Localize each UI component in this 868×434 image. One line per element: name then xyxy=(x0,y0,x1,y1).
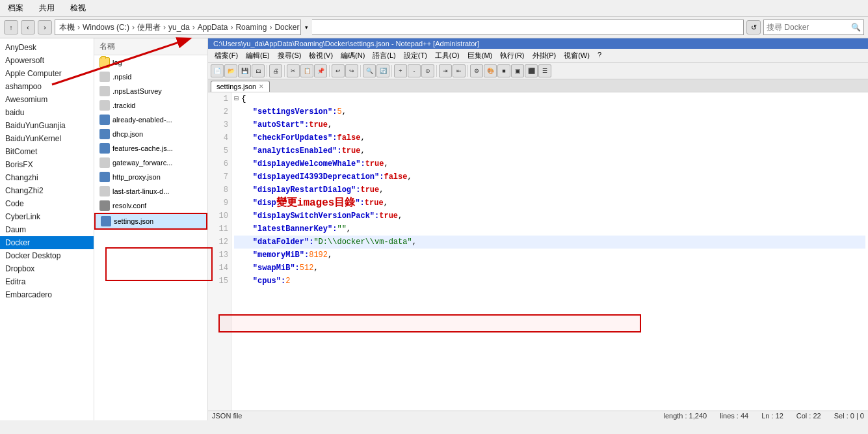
menu-tools[interactable]: 工具(O) xyxy=(431,49,464,62)
nav-up-button[interactable]: ↑ xyxy=(4,20,18,34)
tb-saveall[interactable]: 🗂 xyxy=(252,64,265,77)
tb-extra2[interactable]: ▣ xyxy=(511,64,524,77)
code-content[interactable]: ⊟{ "settingsVersion": 5, "autoStart": tr… xyxy=(231,92,868,411)
tb-replace[interactable]: 🔄 xyxy=(376,64,389,77)
sidebar-item-baiduyunguanjia[interactable]: BaiduYunGuanjia xyxy=(0,119,94,132)
code-line-3: "autoStart": true, xyxy=(234,118,865,131)
menu-window[interactable]: 視窗(W) xyxy=(560,49,594,62)
path-roaming: Roaming xyxy=(235,23,267,32)
code-line-12: "dataFolder": "D:\\docker\\vm-data", xyxy=(234,236,865,249)
tb-extra1[interactable]: ■ xyxy=(497,64,510,77)
menu-file[interactable]: 檔案(F) xyxy=(211,49,242,62)
search-icon[interactable]: 🔍 xyxy=(851,23,861,32)
sidebar-item-changzhi2[interactable]: ChangZhi2 xyxy=(0,184,94,197)
menu-settings[interactable]: 設定(T) xyxy=(400,49,431,62)
tb-new[interactable]: 📄 xyxy=(211,64,224,77)
menu-help[interactable]: ? xyxy=(594,49,605,62)
tb-outdent[interactable]: ⇤ xyxy=(453,64,466,77)
sidebar-item-anydesk[interactable]: AnyDesk xyxy=(0,41,94,54)
sidebar-item-borisfx[interactable]: BorisFX xyxy=(0,158,94,171)
tb-find[interactable]: 🔍 xyxy=(363,64,376,77)
menu-file[interactable]: 档案 xyxy=(5,1,26,15)
json-icon xyxy=(101,216,111,226)
menu-encode[interactable]: 編碼(N) xyxy=(337,49,369,62)
sidebar-item-apowersoft[interactable]: Apowersoft xyxy=(0,54,94,67)
sidebar-item-docker-desktop[interactable]: Docker Desktop xyxy=(0,249,94,262)
code-line-13: "memoryMiB": 8192, xyxy=(234,249,865,262)
sidebar-item-editra[interactable]: Editra xyxy=(0,275,94,288)
tb-zoom-restore[interactable]: ⊙ xyxy=(421,64,434,77)
tb-zoom-in[interactable]: + xyxy=(394,64,407,77)
address-path[interactable]: 本機 › Windows (C:) › 使用者 › yu_da › AppDat… xyxy=(55,20,744,35)
menu-view[interactable]: 检视 xyxy=(68,1,88,15)
sidebar-item-docker[interactable]: Docker xyxy=(0,236,94,249)
file-item-trackid[interactable]: .trackid xyxy=(94,98,207,113)
address-bar: ↑ ‹ › 本機 › Windows (C:) › 使用者 › yu_da › … xyxy=(0,17,868,38)
tb-zoom-out[interactable]: - xyxy=(408,64,421,77)
tb-indent[interactable]: ⇥ xyxy=(439,64,452,77)
sidebar-item-ashampoo[interactable]: ashampoo xyxy=(0,80,94,93)
code-line-6: "displayedWelcomeWhale": true, xyxy=(234,157,865,170)
tb-redo[interactable]: ↪ xyxy=(345,64,358,77)
tb-settings[interactable]: ⚙ xyxy=(470,64,483,77)
file-item-last-start[interactable]: last-start-linux-d... xyxy=(94,184,207,198)
sidebar-item-baidu[interactable]: baidu xyxy=(0,106,94,119)
nav-forward-button[interactable]: › xyxy=(38,20,52,34)
search-box[interactable]: 🔍 xyxy=(763,20,864,35)
sidebar: AnyDesk Apowersoft Apple Computer ashamp… xyxy=(0,38,94,420)
menu-view[interactable]: 檢視(V) xyxy=(305,49,337,62)
menu-search[interactable]: 搜尋(S) xyxy=(274,49,306,62)
menu-edit[interactable]: 編輯(E) xyxy=(242,49,274,62)
menu-share[interactable]: 共用 xyxy=(36,1,57,15)
path-dropdown-button[interactable]: ▾ xyxy=(300,20,312,35)
sidebar-item-code[interactable]: Code xyxy=(0,197,94,210)
search-input[interactable] xyxy=(767,23,851,32)
tb-extra4[interactable]: ☰ xyxy=(538,64,551,77)
tab-settings-json[interactable]: settings.json ✕ xyxy=(211,81,270,92)
file-item-npsid[interactable]: .npsid xyxy=(94,70,207,84)
menu-plugins[interactable]: 外掛(P) xyxy=(529,49,560,62)
file-item-already-enabled[interactable]: already-enabled-... xyxy=(94,113,207,127)
tb-style[interactable]: 🎨 xyxy=(484,64,497,77)
file-item-settings[interactable]: settings.json xyxy=(94,213,207,230)
sidebar-item-baiduyunkernel[interactable]: BaiduYunKernel xyxy=(0,132,94,145)
file-item-log[interactable]: log xyxy=(94,55,207,70)
editor-area: C:\Users\yu_da\AppData\Roaming\Docker\se… xyxy=(208,38,868,420)
sidebar-item-awesomium[interactable]: Awesomium xyxy=(0,93,94,106)
file-item-http-proxy[interactable]: http_proxy.json xyxy=(94,170,207,184)
tb-paste[interactable]: 📌 xyxy=(314,64,327,77)
tab-close-button[interactable]: ✕ xyxy=(259,83,264,90)
file-item-features-cache[interactable]: features-cache.js... xyxy=(94,141,207,156)
sidebar-item-dropbox[interactable]: Dropbox xyxy=(0,262,94,275)
status-sel: Sel : 0 | 0 xyxy=(834,412,864,420)
file-item-resolv[interactable]: resolv.conf xyxy=(94,198,207,213)
path-drive: Windows (C:) xyxy=(83,23,129,32)
menu-macro[interactable]: 巨集(M) xyxy=(464,49,497,62)
menu-run[interactable]: 執行(R) xyxy=(496,49,528,62)
sidebar-item-embarcadero[interactable]: Embarcadero xyxy=(0,288,94,301)
file-item-dhcp[interactable]: dhcp.json xyxy=(94,127,207,141)
refresh-button[interactable]: ↺ xyxy=(746,20,761,34)
tb-extra3[interactable]: ⬛ xyxy=(525,64,538,77)
tb-save[interactable]: 💾 xyxy=(238,64,251,77)
nav-back-button[interactable]: ‹ xyxy=(21,20,35,34)
npp-tabs: settings.json ✕ xyxy=(208,79,868,92)
tb-copy[interactable]: 📋 xyxy=(300,64,313,77)
tb-print[interactable]: 🖨 xyxy=(269,64,282,77)
tb-open[interactable]: 📂 xyxy=(224,64,237,77)
file-icon xyxy=(99,186,110,197)
sidebar-item-changzhi[interactable]: Changzhi xyxy=(0,171,94,184)
tb-cut[interactable]: ✂ xyxy=(287,64,300,77)
sidebar-item-daum[interactable]: Daum xyxy=(0,223,94,236)
file-item-gateway[interactable]: gateway_forwarc... xyxy=(94,156,207,170)
sidebar-item-bitcomet[interactable]: BitComet xyxy=(0,145,94,158)
file-item-npslastsurvey[interactable]: .npsLastSurvey xyxy=(94,84,207,98)
sidebar-item-cyberlink[interactable]: CyberLink xyxy=(0,210,94,223)
main-area: AnyDesk Apowersoft Apple Computer ashamp… xyxy=(0,38,868,420)
tb-undo[interactable]: ↩ xyxy=(332,64,345,77)
json-icon xyxy=(99,129,110,139)
npp-toolbar: 📄 📂 💾 🗂 🖨 ✂ 📋 📌 ↩ ↪ 🔍 🔄 + - ⊙ ⇥ ⇤ ⚙ xyxy=(208,63,868,79)
menu-language[interactable]: 語言(L) xyxy=(369,49,399,62)
code-line-4: "checkForUpdates": false, xyxy=(234,131,865,144)
sidebar-item-apple-computer[interactable]: Apple Computer xyxy=(0,67,94,80)
